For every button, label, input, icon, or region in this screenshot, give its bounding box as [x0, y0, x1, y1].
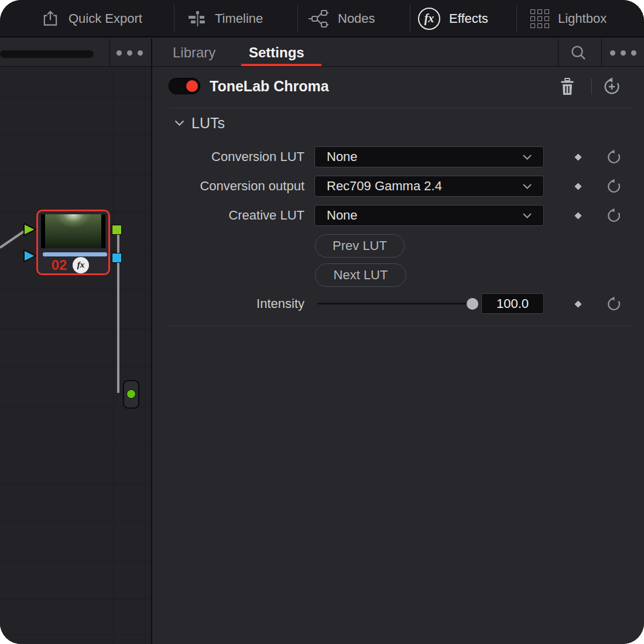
reset-icon — [606, 208, 622, 224]
reset-button[interactable] — [605, 207, 622, 224]
node-panel-header — [0, 39, 151, 67]
key-output-port[interactable] — [112, 253, 122, 263]
node-graph-canvas: 02 fx — [0, 67, 151, 644]
conversion-output-dropdown[interactable]: Rec709 Gamma 2.4 — [314, 176, 544, 197]
header-divider — [558, 39, 559, 67]
tab-library[interactable]: Library — [173, 39, 215, 67]
creative-lut-label: Creative LUT — [152, 205, 304, 226]
corrector-node[interactable]: 02 fx — [36, 210, 110, 275]
toolbar-divider — [297, 5, 298, 33]
intensity-label: Intensity — [152, 293, 304, 314]
restore-defaults-button[interactable] — [602, 77, 622, 97]
reset-button[interactable] — [605, 149, 622, 165]
section-header-luts[interactable]: LUTs — [174, 114, 225, 132]
fx-icon: fx — [418, 8, 440, 30]
history-restore-icon — [602, 77, 622, 97]
toolbar-divider — [174, 5, 174, 33]
reset-icon — [606, 149, 622, 165]
inspector-header: Library Settings — [152, 39, 644, 67]
quick-export-label: Quick Export — [68, 11, 142, 26]
chevron-down-icon — [174, 120, 184, 126]
node-graph-panel: 02 fx — [0, 39, 152, 644]
horizontal-scrollbar[interactable] — [0, 50, 94, 58]
creative-lut-dropdown[interactable]: None — [314, 205, 544, 226]
prev-lut-button[interactable]: Prev LUT — [315, 234, 405, 258]
nodes-label: Nodes — [338, 11, 375, 26]
node-number: 02 — [47, 257, 71, 273]
effect-title: ToneLab Chroma — [210, 78, 329, 94]
intensity-slider-track[interactable] — [317, 303, 475, 304]
lightbox-label: Lightbox — [558, 11, 607, 26]
section-divider — [170, 326, 632, 326]
top-toolbar: Quick Export Timeline — [0, 0, 644, 37]
conversion-lut-dropdown[interactable]: None — [314, 146, 544, 167]
reset-button[interactable] — [605, 296, 622, 312]
chevron-down-icon — [523, 155, 532, 160]
chevron-down-icon — [523, 213, 532, 218]
effects-label: Effects — [449, 11, 488, 26]
downstream-node[interactable] — [123, 380, 139, 409]
more-options-icon[interactable] — [117, 50, 143, 56]
nodes-button[interactable]: Nodes — [308, 0, 375, 37]
conversion-lut-label: Conversion LUT — [152, 146, 304, 167]
header-divider — [109, 39, 110, 67]
effects-button[interactable]: fx Effects — [418, 0, 488, 37]
section-divider — [170, 108, 632, 108]
rgb-input-port[interactable] — [23, 223, 36, 238]
node-connection-wires — [0, 67, 151, 644]
application-window: Quick Export Timeline — [0, 0, 644, 644]
keyframe-diamond-icon[interactable] — [573, 152, 583, 162]
node-progress-bar — [43, 252, 107, 256]
fx-glyph: fx — [424, 12, 434, 25]
section-title: LUTs — [191, 115, 225, 132]
next-lut-button[interactable]: Next LUT — [315, 263, 406, 287]
key-input-port[interactable] — [23, 249, 36, 265]
keyframe-diamond-icon[interactable] — [573, 210, 583, 221]
effect-enable-toggle[interactable] — [169, 78, 200, 94]
node-fx-badge: fx — [73, 257, 89, 273]
header-divider — [601, 39, 602, 67]
search-icon[interactable] — [570, 44, 587, 64]
delete-effect-button[interactable] — [559, 77, 576, 96]
green-status-dot — [126, 389, 136, 399]
tab-settings[interactable]: Settings — [249, 39, 304, 67]
keyframe-diamond-icon[interactable] — [573, 299, 583, 309]
toolbar-divider — [516, 5, 517, 33]
export-icon — [41, 9, 60, 28]
reset-icon — [606, 179, 622, 194]
reset-button[interactable] — [605, 178, 622, 194]
toolbar-divider — [410, 5, 410, 33]
settings-body: ToneLab Chroma — [152, 67, 644, 644]
chevron-down-icon — [523, 184, 532, 189]
forest-thumbnail-image — [45, 214, 101, 248]
intensity-value-field[interactable]: 100.0 — [481, 293, 544, 314]
intensity-slider-knob[interactable] — [467, 298, 478, 310]
conversion-output-label: Conversion output — [152, 176, 304, 197]
lightbox-icon — [530, 9, 549, 28]
active-tab-underline — [241, 64, 321, 66]
quick-export-button[interactable]: Quick Export — [41, 0, 142, 37]
reset-icon — [606, 296, 622, 312]
more-options-icon[interactable] — [610, 50, 636, 56]
header-divider — [591, 78, 592, 95]
timeline-label: Timeline — [215, 11, 263, 26]
timeline-button[interactable]: Timeline — [186, 0, 263, 37]
keyframe-diamond-icon[interactable] — [573, 181, 583, 191]
trash-icon — [560, 78, 575, 95]
inspector-panel: Library Settings ToneLab Chroma — [152, 39, 644, 644]
node-thumbnail — [41, 214, 105, 248]
toggle-knob — [186, 80, 198, 92]
rgb-output-port[interactable] — [112, 225, 122, 235]
nodes-icon — [308, 9, 329, 28]
lightbox-button[interactable]: Lightbox — [530, 0, 607, 37]
timeline-icon — [186, 10, 206, 28]
